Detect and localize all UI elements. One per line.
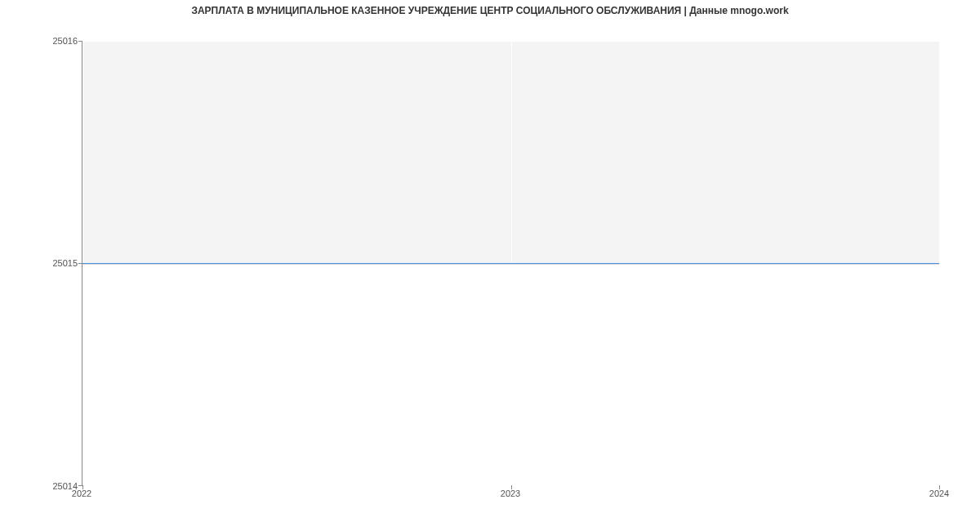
x-axis-tick-label: 2022 — [72, 489, 91, 498]
grid-line-h — [82, 41, 939, 42]
y-tick-mark — [78, 263, 82, 264]
x-axis-tick-label: 2023 — [501, 489, 520, 498]
y-axis-tick-label: 25015 — [52, 258, 78, 268]
area-below-line — [82, 265, 939, 485]
plot-area — [82, 41, 939, 486]
chart-container: ЗАРПЛАТА В МУНИЦИПАЛЬНОЕ КАЗЕННОЕ УЧРЕЖД… — [0, 0, 980, 531]
chart-title: ЗАРПЛАТА В МУНИЦИПАЛЬНОЕ КАЗЕННОЕ УЧРЕЖД… — [0, 5, 980, 16]
y-axis-tick-label: 25016 — [52, 36, 78, 46]
data-series-shadow — [82, 264, 939, 265]
grid-line-v — [939, 41, 940, 485]
x-axis-tick-label: 2024 — [929, 489, 949, 498]
y-tick-mark — [78, 41, 82, 42]
